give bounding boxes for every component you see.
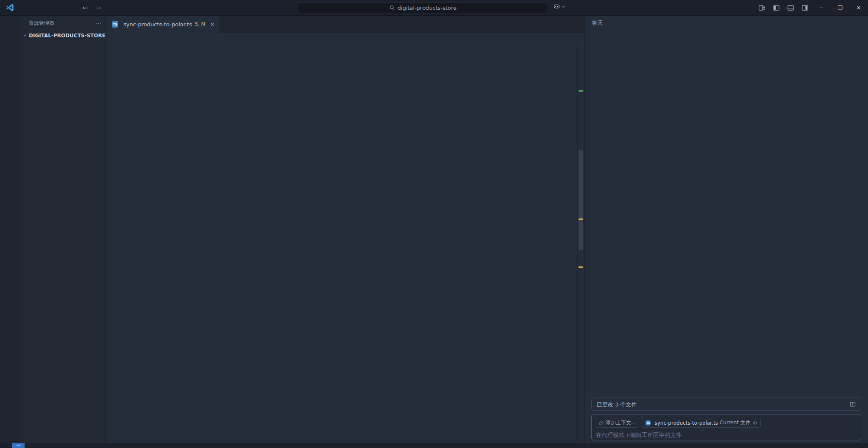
chat-input-placeholder: 在代理模式下编辑工作区中的文件 [596,431,857,439]
overview-mark [579,90,583,92]
chevron-icon: › [22,33,28,39]
tab-sync-products-to-polar[interactable]: TS sync-products-to-polar.ts 5, M ✕ [106,16,220,33]
search-value: digital-products-store [398,5,456,11]
remote-indicator[interactable]: >< [12,443,25,448]
minimap[interactable] [541,42,577,443]
nav-forward-icon[interactable]: → [95,4,101,12]
root-folder-label: DIGITAL-PRODUCTS-STORE [29,33,106,39]
nav-back-icon[interactable]: ← [82,4,88,12]
toggle-primary-sidebar-icon[interactable] [769,0,783,15]
search-icon [389,5,395,11]
add-context-chip[interactable]: 添加上下文... [596,418,639,428]
activity-bar [0,16,20,443]
minimize-button[interactable]: ─ [812,0,831,15]
overview-mark [579,218,583,220]
customize-layout-icon[interactable] [754,0,769,15]
tab-problems-badge: 5, M [195,21,206,27]
explorer-root-folder[interactable]: › DIGITAL-PRODUCTS-STORE [20,31,106,40]
tab-bar: TS sync-products-to-polar.ts 5, M ✕ [106,16,584,33]
chat-title: 聊天 [592,20,603,27]
status-bar: >< [0,443,868,448]
explorer-title: 资源管理器 [29,20,54,27]
title-bar: ← → digital-products-store ─ ❐ ✕ [0,0,868,16]
scrollbar-thumb[interactable] [579,150,583,250]
vscode-window: ← → digital-products-store ─ ❐ ✕ [0,0,868,448]
chat-bottom: 已更改 3 个文件 添加上下文... TS syn [584,396,868,443]
copilot-menu-button[interactable] [553,3,565,10]
toggle-secondary-sidebar-icon[interactable] [798,0,812,15]
attach-icon [599,420,604,425]
tab-close-icon[interactable]: ✕ [210,21,215,28]
close-button[interactable]: ✕ [849,0,868,15]
explorer-sidebar: 资源管理器 ⋯ › DIGITAL-PRODUCTS-STORE [20,16,106,443]
editor-actions [580,16,584,33]
explorer-more-icon[interactable]: ⋯ [96,20,101,26]
changed-files-panel: 已更改 3 个文件 [591,398,861,411]
breadcrumb [106,33,584,42]
chevron-down-icon [562,5,565,8]
current-file-chip[interactable]: TS sync-products-to-polar.ts Current 文件 [642,418,760,428]
tab-label: sync-products-to-polar.ts [123,21,192,28]
restore-button[interactable]: ❐ [831,0,849,15]
copilot-icon [553,3,560,10]
changed-files-title: 已更改 3 个文件 [597,401,637,409]
typescript-file-icon: TS [112,21,118,28]
chat-input-box[interactable]: 添加上下文... TS sync-products-to-polar.ts Cu… [591,414,861,440]
code-editor[interactable] [106,42,541,443]
editor-group: TS sync-products-to-polar.ts 5, M ✕ [106,16,584,443]
chat-header: 聊天 [584,16,868,30]
eye-icon [752,420,757,426]
vscode-logo-icon [5,3,14,12]
typescript-file-icon: TS [645,420,651,426]
chat-messages[interactable] [584,30,868,396]
editor-scrollbar[interactable] [577,42,584,443]
copilot-chat-panel: 聊天 已更改 3 个文件 添加上下 [584,16,868,443]
toggle-panel-icon[interactable] [783,0,798,15]
command-center-search[interactable]: digital-products-store [298,3,548,13]
view-changes-icon[interactable] [850,401,856,409]
overview-mark [579,266,583,268]
